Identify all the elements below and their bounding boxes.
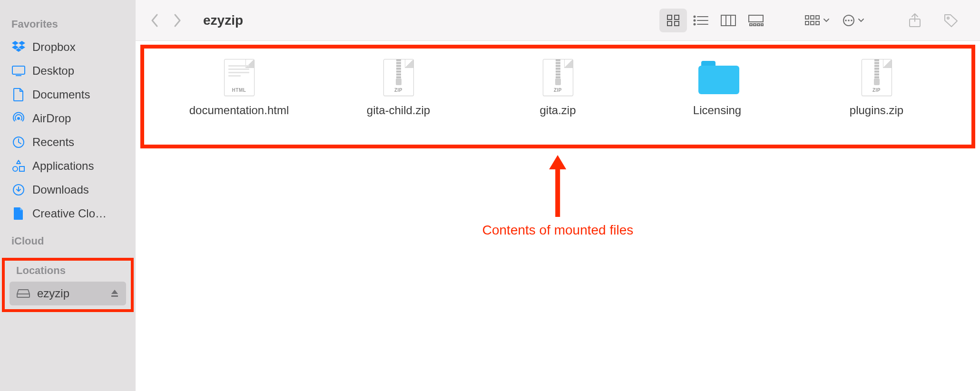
chevron-down-icon [858,18,864,23]
arrow-up-icon [548,155,567,217]
dropbox-icon [11,40,26,54]
desktop-icon [11,64,26,78]
finder-content[interactable]: HTML documentation.html ZIP gita-child.z… [136,41,980,391]
svg-point-43 [947,17,949,19]
sidebar-item-label: Creative Clo… [32,207,124,220]
sidebar-item-downloads[interactable]: Downloads [0,178,136,202]
window-title: ezyzip [203,13,243,28]
sidebar-section-icloud: iCloud [0,225,136,252]
svg-rect-16 [667,21,672,26]
svg-rect-29 [754,24,756,26]
view-columns-button[interactable] [715,9,742,32]
svg-marker-1 [19,41,25,45]
tags-button[interactable] [936,9,966,32]
sidebar-item-airdrop[interactable]: AirDrop [0,107,136,130]
svg-rect-35 [811,21,814,25]
view-mode-group [659,9,770,32]
annotation-text: Contents of mounted files [482,223,634,238]
svg-marker-0 [12,41,19,45]
svg-rect-14 [667,15,672,20]
svg-point-40 [848,20,850,21]
sidebar-section-locations: Locations [5,263,131,282]
annotation-box-locations: Locations ezyzip [2,258,134,312]
finder-sidebar: Favorites Dropbox Desktop Documents AirD… [0,0,136,391]
svg-rect-36 [816,16,819,19]
action-menu-button[interactable] [838,9,868,32]
svg-rect-31 [761,24,763,26]
sidebar-item-label: ezyzip [37,287,103,300]
view-gallery-button[interactable] [742,9,770,32]
finder-main: ezyzip [136,0,980,391]
sidebar-item-label: Documents [32,88,124,101]
group-by-button[interactable] [802,9,832,32]
share-button[interactable] [900,9,930,32]
annotation-box-content [140,45,975,148]
svg-rect-32 [805,16,809,19]
svg-rect-10 [20,166,24,171]
svg-point-7 [17,117,20,120]
svg-rect-15 [675,15,679,20]
creative-cloud-file-icon [11,206,26,221]
download-icon [11,183,26,197]
sidebar-item-applications[interactable]: Applications [0,154,136,178]
sidebar-item-ezyzip[interactable]: ezyzip [10,282,126,305]
svg-point-39 [845,20,847,21]
sidebar-section-favorites: Favorites [0,9,136,35]
clock-icon [11,135,26,149]
annotation-arrow: Contents of mounted files [482,155,634,238]
sidebar-item-label: Downloads [32,183,124,196]
eject-icon[interactable] [110,289,119,298]
sidebar-item-label: Applications [32,159,124,173]
sidebar-item-label: AirDrop [32,112,124,125]
svg-point-22 [694,23,696,25]
sidebar-item-dropbox[interactable]: Dropbox [0,35,136,59]
svg-rect-28 [750,24,752,26]
svg-rect-30 [757,24,760,26]
svg-rect-37 [816,21,819,25]
svg-point-18 [694,16,696,17]
svg-point-20 [694,20,696,21]
svg-rect-33 [805,21,809,25]
sidebar-item-label: Dropbox [32,40,124,54]
svg-rect-27 [749,15,763,22]
svg-rect-24 [721,15,735,26]
sidebar-item-recents[interactable]: Recents [0,130,136,154]
view-list-button[interactable] [687,9,715,32]
nav-forward-button[interactable] [173,13,182,28]
svg-rect-5 [12,66,25,74]
applications-icon [11,159,26,173]
svg-rect-13 [111,295,118,297]
document-icon [11,88,26,102]
svg-rect-17 [675,21,679,26]
finder-toolbar: ezyzip [136,0,980,41]
chevron-down-icon [823,18,829,23]
airdrop-icon [11,111,26,126]
view-icons-button[interactable] [659,9,687,32]
svg-rect-34 [811,16,814,19]
nav-back-button[interactable] [150,13,159,28]
drive-icon [16,286,30,301]
svg-point-41 [851,20,853,21]
sidebar-item-label: Recents [32,136,124,149]
sidebar-item-documents[interactable]: Documents [0,83,136,107]
sidebar-item-creative-cloud[interactable]: Creative Clo… [0,202,136,225]
sidebar-item-label: Desktop [32,64,124,78]
svg-point-9 [13,166,18,171]
sidebar-item-desktop[interactable]: Desktop [0,59,136,83]
